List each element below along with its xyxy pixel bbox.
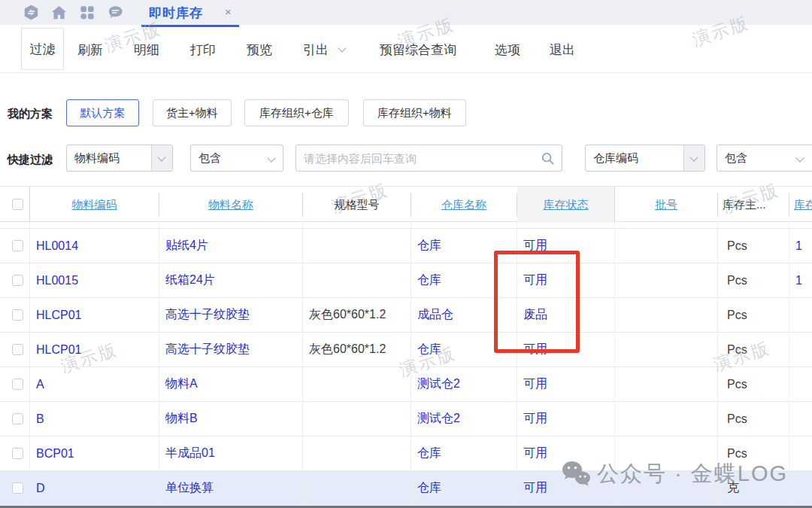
cell-warehouse-name[interactable]: 成品仓 xyxy=(411,298,517,332)
plan-org-warehouse-button[interactable]: 库存组织+仓库 xyxy=(244,99,349,126)
warehouse-field-select[interactable]: 仓库编码 xyxy=(585,144,705,172)
select-all-checkbox[interactable] xyxy=(12,199,23,210)
cell-material-code[interactable]: BCP01 xyxy=(30,437,159,470)
header-stock-status[interactable]: 库存状态 xyxy=(517,187,615,223)
header-batch-no[interactable]: 批号 xyxy=(615,193,718,216)
row-checkbox[interactable] xyxy=(12,309,23,321)
table-row[interactable]: D 单位换算 仓库 可用 克 xyxy=(0,471,812,506)
cell-warehouse-name[interactable]: 测试仓2 xyxy=(411,367,517,401)
cell-batch-no xyxy=(615,437,718,470)
partial-scrolled-row xyxy=(0,222,812,229)
row-checkbox[interactable] xyxy=(12,413,23,424)
print-button[interactable]: 打印 xyxy=(190,41,216,59)
header-material-code[interactable]: 物料编码 xyxy=(30,193,159,216)
table-row[interactable]: HLCP01 高选十子纹胶垫 灰色60*60*1.2 成品仓 废品 Pcs xyxy=(0,298,812,333)
filter-field-select[interactable]: 物料编码 xyxy=(66,144,173,172)
cell-spec xyxy=(303,402,411,436)
export-button[interactable]: 引出 xyxy=(303,41,329,59)
cell-stock-status[interactable]: 废品 xyxy=(517,298,615,332)
cell-material-name[interactable]: 物料B xyxy=(159,402,303,436)
home-icon[interactable] xyxy=(50,4,68,21)
table-row[interactable]: A 物料A 测试仓2 可用 Pcs xyxy=(0,367,812,402)
cell-material-name[interactable]: 物料A xyxy=(159,367,303,401)
header-stock-qty[interactable]: 库存 xyxy=(789,193,812,216)
table-row[interactable]: HL0015 纸箱24片 仓库 可用 Pcs 1 xyxy=(0,263,812,298)
row-checkbox-cell xyxy=(0,471,30,505)
cell-stock-status[interactable]: 可用 xyxy=(517,437,615,470)
chevron-down-icon[interactable] xyxy=(151,145,172,171)
apps-grid-icon[interactable] xyxy=(78,4,95,21)
cell-material-name[interactable]: 单位换算 xyxy=(159,471,303,505)
chevron-down-icon[interactable] xyxy=(338,44,346,52)
cell-stock-main-unit: Pcs xyxy=(718,437,789,470)
chevron-down-icon[interactable] xyxy=(795,154,804,162)
plan-owner-material-button[interactable]: 货主+物料 xyxy=(153,99,232,126)
tab-close-icon[interactable]: × xyxy=(225,5,232,18)
cell-material-code[interactable]: HL0015 xyxy=(30,263,159,297)
row-checkbox[interactable] xyxy=(12,275,23,286)
cell-warehouse-name[interactable]: 仓库 xyxy=(411,229,517,263)
cell-stock-qty xyxy=(789,402,812,436)
cell-warehouse-name[interactable]: 仓库 xyxy=(411,437,517,470)
table-row[interactable]: B 物料B 测试仓2 可用 Pcs xyxy=(0,402,812,437)
chevron-down-icon[interactable] xyxy=(683,145,704,171)
cell-stock-status[interactable]: 可用 xyxy=(517,333,615,367)
filter-op-select[interactable]: 包含 xyxy=(190,144,283,172)
cell-stock-status[interactable]: 可用 xyxy=(517,471,615,505)
chevron-down-icon[interactable] xyxy=(267,154,275,162)
plan-default-button[interactable]: 默认方案 xyxy=(66,99,139,126)
table-row[interactable]: BCP01 半成品01 仓库 可用 Pcs xyxy=(0,437,812,471)
filter-button[interactable]: 过滤 xyxy=(21,28,64,70)
cell-stock-status[interactable]: 可用 xyxy=(517,402,615,436)
row-checkbox[interactable] xyxy=(12,448,23,459)
sync-logo-icon[interactable] xyxy=(23,4,40,21)
cell-material-code[interactable]: A xyxy=(30,367,159,401)
header-stock-main-unit[interactable]: 库存主... xyxy=(718,193,789,216)
table-row[interactable]: HL0014 贴纸4片 仓库 可用 Pcs 1 xyxy=(0,229,812,263)
cell-spec xyxy=(303,263,411,297)
search-icon[interactable] xyxy=(541,151,555,166)
row-checkbox-cell xyxy=(0,437,30,470)
row-checkbox-cell xyxy=(0,263,30,297)
cell-stock-status[interactable]: 可用 xyxy=(517,229,615,263)
cell-material-code[interactable]: B xyxy=(30,402,159,436)
header-material-name[interactable]: 物料名称 xyxy=(159,193,303,216)
cell-material-name[interactable]: 纸箱24片 xyxy=(159,263,303,297)
header-spec[interactable]: 规格型号 xyxy=(303,193,411,216)
detail-button[interactable]: 明细 xyxy=(134,41,159,59)
message-icon[interactable] xyxy=(107,4,124,21)
tab-instant-inventory[interactable]: 即时库存 xyxy=(149,5,203,22)
warehouse-op-select[interactable]: 包含 xyxy=(717,144,812,172)
cell-warehouse-name[interactable]: 仓库 xyxy=(411,471,517,505)
row-checkbox[interactable] xyxy=(12,240,23,251)
cell-warehouse-name[interactable]: 仓库 xyxy=(411,333,517,367)
cell-material-code[interactable]: HLCP01 xyxy=(30,298,159,332)
cell-material-name[interactable]: 贴纸4片 xyxy=(159,229,303,263)
cell-warehouse-name[interactable]: 仓库 xyxy=(411,263,517,297)
cell-material-code[interactable]: HLCP01 xyxy=(30,333,159,367)
header-warehouse-name[interactable]: 仓库名称 xyxy=(411,193,517,216)
cell-material-name[interactable]: 半成品01 xyxy=(159,437,303,470)
row-checkbox[interactable] xyxy=(12,379,23,390)
cell-stock-main-unit: Pcs xyxy=(718,402,789,436)
row-checkbox[interactable] xyxy=(12,482,23,494)
cell-stock-status[interactable]: 可用 xyxy=(517,263,615,297)
tab-active-underline xyxy=(141,25,239,27)
refresh-button[interactable]: 刷新 xyxy=(77,41,103,59)
topbar: 即时库存 × xyxy=(0,0,812,25)
cell-material-code[interactable]: D xyxy=(30,471,159,505)
cell-material-code[interactable]: HL0014 xyxy=(30,229,159,263)
row-checkbox[interactable] xyxy=(12,344,23,355)
options-button[interactable]: 选项 xyxy=(495,41,520,59)
table-row[interactable]: HLCP01 高选十子纹胶垫 灰色60*60*1.2 仓库 可用 Pcs xyxy=(0,333,812,367)
search-input[interactable] xyxy=(304,146,533,170)
cell-material-name[interactable]: 高选十子纹胶垫 xyxy=(159,298,303,332)
preview-button[interactable]: 预览 xyxy=(247,41,272,59)
cell-stock-qty xyxy=(789,471,812,505)
cell-material-name[interactable]: 高选十子纹胶垫 xyxy=(159,333,303,367)
cell-warehouse-name[interactable]: 测试仓2 xyxy=(411,402,517,436)
exit-button[interactable]: 退出 xyxy=(550,41,575,59)
reserve-query-button[interactable]: 预留综合查询 xyxy=(380,41,456,59)
plan-org-material-button[interactable]: 库存组织+物料 xyxy=(363,99,466,126)
cell-stock-status[interactable]: 可用 xyxy=(517,367,615,401)
